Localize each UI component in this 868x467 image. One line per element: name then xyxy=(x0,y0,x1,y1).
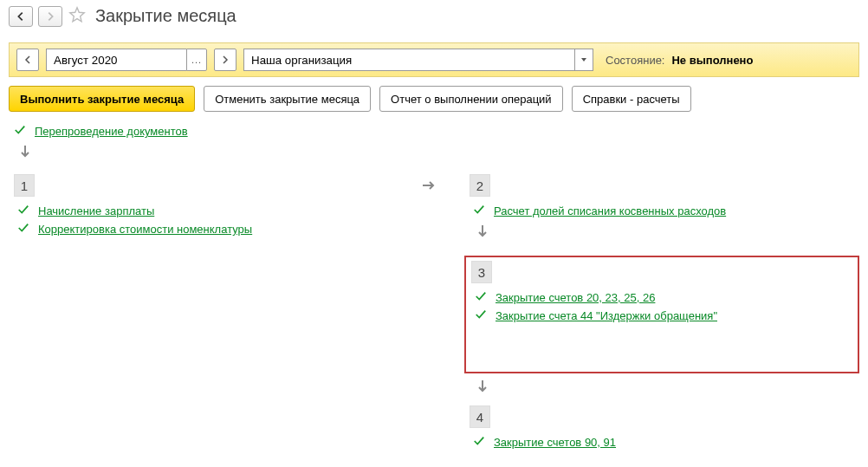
payroll-link[interactable]: Начисление зарплаты xyxy=(38,204,154,217)
period-picker-button[interactable]: ... xyxy=(186,49,207,71)
page-title: Закрытие месяца xyxy=(95,6,236,26)
close-accounts-20-link[interactable]: Закрытие счетов 20, 23, 25, 26 xyxy=(496,291,655,304)
stage-1: 1 Начисление зарплаты Корректировка стои… xyxy=(9,171,404,249)
stage-2-number: 2 xyxy=(470,174,490,197)
cancel-close-month-button[interactable]: Отменить закрытие месяца xyxy=(204,86,371,112)
stage-4: 4 Закрытие счетов 90, 91 xyxy=(464,402,859,462)
status-value: Не выполнено xyxy=(671,54,753,67)
down-arrow-icon xyxy=(475,224,854,242)
stage-3-number: 3 xyxy=(471,261,492,283)
status-label: Состояние: xyxy=(606,54,664,67)
close-accounts-90-link[interactable]: Закрытие счетов 90, 91 xyxy=(494,436,616,449)
down-arrow-icon xyxy=(17,144,859,162)
repost-documents-link[interactable]: Перепроведение документов xyxy=(35,125,188,138)
stage-2: 2 Расчет долей списания косвенных расход… xyxy=(464,171,859,256)
down-arrow-icon xyxy=(475,379,859,397)
check-icon xyxy=(473,435,485,450)
execute-close-month-button[interactable]: Выполнить закрытие месяца xyxy=(9,86,195,112)
organization-input[interactable] xyxy=(243,49,574,71)
check-icon xyxy=(475,290,487,305)
right-arrow-icon xyxy=(421,171,447,462)
references-calculations-button[interactable]: Справки - расчеты xyxy=(572,86,691,112)
forward-button[interactable] xyxy=(38,6,62,27)
period-input[interactable] xyxy=(46,49,186,71)
check-icon xyxy=(475,308,487,323)
check-icon xyxy=(14,124,26,139)
period-bar: ... Состояние: Не выполнено xyxy=(9,42,859,77)
operations-report-button[interactable]: Отчет о выполнении операций xyxy=(379,86,563,112)
close-account-44-link[interactable]: Закрытие счета 44 "Издержки обращения" xyxy=(496,309,717,322)
stage-1-number: 1 xyxy=(14,174,35,197)
favorite-star-icon[interactable] xyxy=(68,5,87,27)
back-button[interactable] xyxy=(9,6,33,27)
stage-4-number: 4 xyxy=(470,405,490,428)
check-icon xyxy=(473,204,485,218)
indirect-costs-link[interactable]: Расчет долей списания косвенных расходов xyxy=(494,204,726,217)
period-next-button[interactable] xyxy=(214,49,236,71)
check-icon xyxy=(17,204,29,218)
cost-adjustment-link[interactable]: Корректировка стоимости номенклатуры xyxy=(38,223,252,236)
check-icon xyxy=(17,222,29,237)
organization-dropdown-button[interactable] xyxy=(574,49,593,71)
stage-3: 3 Закрытие счетов 20, 23, 25, 26 Закрыти… xyxy=(464,256,859,373)
period-prev-button[interactable] xyxy=(16,49,39,71)
